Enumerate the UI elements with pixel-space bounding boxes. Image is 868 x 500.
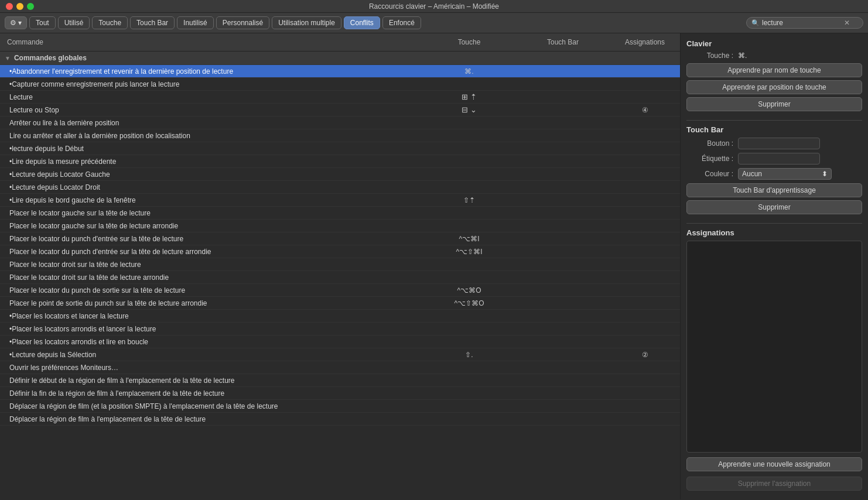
row-touchbar (516, 340, 610, 344)
main-content: Commande Touche Touch Bar Assignations ▼… (0, 33, 868, 499)
table-row[interactable]: Placer le locator du punch d'entrée sur … (0, 245, 680, 258)
filter-btn-personnalise[interactable]: Personnalisé (216, 16, 269, 29)
table-row[interactable]: •Capturer comme enregistrement puis lanc… (0, 78, 680, 91)
row-touchbar (516, 173, 610, 176)
table-row[interactable]: Placer le point de sortie du punch sur l… (0, 297, 680, 310)
row-label: Placer le locator du punch de sortie sur… (0, 285, 422, 296)
gear-button[interactable]: ⚙ ▾ (5, 16, 27, 29)
filter-btn-utilisation-multiple[interactable]: Utilisation multiple (272, 16, 341, 29)
apprendre-nom-button[interactable]: Apprendre par nom de touche (686, 63, 862, 77)
window-title: Raccourcis clavier – Américain – Modifié… (369, 2, 499, 11)
row-assign: ② (610, 349, 680, 361)
filter-btn-touchbar[interactable]: Touch Bar (130, 16, 175, 29)
row-label: •Placer les locators arrondis et lire en… (0, 336, 422, 348)
apprendre-assignation-button[interactable]: Apprendre une nouvelle assignation (686, 457, 862, 471)
row-assign (610, 302, 680, 305)
row-shortcut: ^⌥⌘I (422, 233, 516, 245)
row-assign (610, 276, 680, 279)
row-assign (610, 392, 680, 395)
row-touchbar (516, 108, 610, 112)
table-row[interactable]: •Placer les locators arrondis et lancer … (0, 323, 680, 335)
row-shortcut: ⊟ ⌄ (422, 104, 516, 116)
table-row[interactable]: Placer le locator gauche sur la tête de … (0, 220, 680, 232)
table-row[interactable]: Lire ou arrêter et aller à la dernière p… (0, 129, 680, 142)
row-touchbar (516, 134, 610, 138)
row-assign (610, 186, 680, 189)
table-row[interactable]: Placer le locator gauche sur la tête de … (0, 207, 680, 220)
row-label: Placer le locator du punch d'entrée sur … (0, 246, 422, 258)
row-shortcut (422, 121, 516, 125)
supprimer-touchbar-button[interactable]: Supprimer (686, 200, 862, 214)
table-row[interactable]: •Abandonner l'enregistrement et revenir … (0, 65, 680, 78)
filter-btn-conflits[interactable]: Conflits (344, 16, 380, 29)
maximize-button[interactable] (27, 3, 34, 10)
row-label: •Placer les locators et lancer la lectur… (0, 310, 422, 322)
table-row[interactable]: Définir le début de la région de film à … (0, 374, 680, 387)
row-label: Déplacer la région de film à l'emplaceme… (0, 413, 422, 425)
table-row[interactable]: Définir la fin de la région de film à l'… (0, 387, 680, 400)
row-shortcut (422, 276, 516, 279)
search-input[interactable] (762, 19, 844, 27)
couleur-select[interactable]: Aucun ⬍ (738, 168, 832, 180)
table-row[interactable]: •Lire depuis le bord gauche de la fenêtr… (0, 194, 680, 207)
row-assign (610, 83, 680, 86)
supprimer-clavier-button[interactable]: Supprimer (686, 97, 862, 111)
row-label: •Abandonner l'enregistrement et revenir … (0, 66, 422, 77)
table-row[interactable]: Placer le locator droit sur la tête de l… (0, 271, 680, 284)
table-row[interactable]: •Placer les locators et lancer la lectur… (0, 310, 680, 323)
row-touchbar (516, 289, 610, 292)
table-row[interactable]: •lecture depuis le Début (0, 142, 680, 155)
row-touchbar (516, 327, 610, 331)
table-row[interactable]: •Lecture depuis Locator Gauche (0, 168, 680, 181)
row-touchbar (516, 198, 610, 202)
filter-btn-enfonce[interactable]: Enfoncé (382, 16, 421, 29)
row-label: Lire ou arrêter et aller à la dernière p… (0, 130, 422, 142)
minimize-button[interactable] (16, 3, 23, 10)
table-row[interactable]: •Lecture depuis la Sélection ⇧. ② (0, 348, 680, 361)
table-row[interactable]: Placer le locator du punch de sortie sur… (0, 284, 680, 297)
row-shortcut (422, 340, 516, 344)
etiquette-input[interactable] (738, 153, 820, 165)
row-assign (610, 95, 680, 99)
filter-btn-tout[interactable]: Tout (29, 16, 56, 29)
header-commande: Commande (0, 36, 422, 49)
close-button[interactable] (6, 3, 13, 10)
row-label: Placer le locator droit sur la tête de l… (0, 259, 422, 270)
row-touchbar (516, 392, 610, 395)
table-row[interactable]: Déplacer la région de film à l'emplaceme… (0, 413, 680, 426)
traffic-lights (6, 3, 34, 10)
supprimer-assignation-button[interactable]: Supprimer l'assignation (686, 477, 862, 491)
row-shortcut (422, 379, 516, 382)
filter-btn-utilise[interactable]: Utilisé (58, 16, 90, 29)
row-touchbar (516, 366, 610, 369)
row-label: Placer le locator du punch d'entrée sur … (0, 233, 422, 245)
row-shortcut (422, 327, 516, 331)
row-shortcut (422, 314, 516, 318)
row-label: Placer le locator gauche sur la tête de … (0, 220, 422, 232)
table-row[interactable]: •Placer les locators arrondis et lire en… (0, 335, 680, 348)
table-row[interactable]: •Lire depuis la mesure précédente (0, 155, 680, 168)
clavier-title: Clavier (686, 39, 862, 48)
touchbar-section: Touch Bar Bouton : Étiquette : Couleur :… (686, 120, 862, 217)
row-assign (610, 379, 680, 382)
table-row[interactable]: •Lecture depuis Locator Droit (0, 181, 680, 194)
search-clear-icon[interactable]: ✕ (844, 19, 850, 27)
row-touchbar (516, 70, 610, 73)
expand-icon: ▼ (5, 55, 11, 61)
table-row[interactable]: Arrêter ou lire à la dernière position (0, 117, 680, 129)
table-row[interactable]: Placer le locator droit sur la tête de l… (0, 258, 680, 271)
group-header-commandes-globales[interactable]: ▼ Commandes globales (0, 52, 680, 65)
row-assign (610, 198, 680, 202)
apprendre-position-button[interactable]: Apprendre par position de touche (686, 80, 862, 94)
row-assign (610, 134, 680, 138)
table-row[interactable]: Lecture ⊞ ⇡ (0, 91, 680, 104)
table-row[interactable]: Placer le locator du punch d'entrée sur … (0, 232, 680, 245)
bouton-input[interactable] (738, 138, 820, 149)
row-assign (610, 237, 680, 241)
table-row[interactable]: Lecture ou Stop ⊟ ⌄ ④ (0, 104, 680, 117)
table-row[interactable]: Déplacer la région de film (et la positi… (0, 400, 680, 413)
filter-btn-inutilise[interactable]: Inutilisé (177, 16, 214, 29)
touchbar-apprentissage-button[interactable]: Touch Bar d'apprentissage (686, 183, 862, 197)
filter-btn-touche[interactable]: Touche (92, 16, 128, 29)
table-row[interactable]: Ouvrir les préférences Moniteurs… (0, 361, 680, 374)
